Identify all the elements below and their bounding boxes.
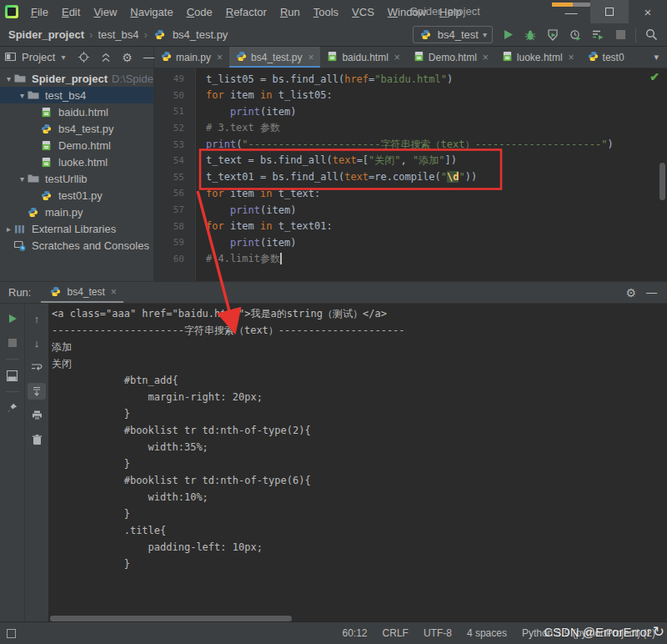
- profiler-button[interactable]: [568, 27, 583, 43]
- console-scrollbar[interactable]: [50, 616, 292, 621]
- menu-run[interactable]: Run: [274, 3, 306, 22]
- editor-tab-main-py[interactable]: main.py×: [154, 47, 229, 68]
- inspection-ok-icon[interactable]: ✔: [649, 70, 659, 83]
- tree-item-testurllib[interactable]: ▾testUrllib: [0, 170, 153, 187]
- close-icon[interactable]: ×: [111, 286, 117, 298]
- collapse-all-button[interactable]: [98, 49, 113, 66]
- close-icon[interactable]: ×: [308, 52, 313, 63]
- rerun-button[interactable]: [3, 310, 22, 327]
- tree-item-main-py[interactable]: main.py: [0, 204, 153, 220]
- menu-tools[interactable]: Tools: [308, 3, 344, 22]
- scroll-to-end-button[interactable]: [28, 383, 46, 400]
- chevron-down-icon[interactable]: ▾: [61, 53, 65, 62]
- chevron-right-icon[interactable]: ▸: [3, 224, 14, 234]
- close-icon[interactable]: ×: [569, 52, 574, 63]
- editor-tab-luoke-html[interactable]: luoke.html×: [495, 47, 581, 68]
- maximize-button[interactable]: [590, 0, 629, 23]
- editor-line-50[interactable]: 50for item in t_list05:: [154, 88, 667, 104]
- tree-item-external-libraries[interactable]: ▸External Libraries: [0, 220, 153, 237]
- tree-item-label: bs4_test.py: [58, 123, 114, 135]
- title-bar: FileEditViewNavigateCodeRefactorRunTools…: [0, 0, 667, 23]
- menu-file[interactable]: File: [25, 3, 54, 22]
- stop-process-button[interactable]: [3, 335, 22, 351]
- indent-style[interactable]: 4 spaces: [467, 627, 507, 639]
- editor-line-52[interactable]: 52# 3.text 参数: [154, 120, 667, 137]
- chevron-down-icon[interactable]: ▾: [17, 91, 28, 100]
- line-separator[interactable]: CRLF: [383, 627, 409, 639]
- search-everywhere-button[interactable]: [644, 27, 659, 43]
- tree-item-test01-py[interactable]: test01.py: [0, 187, 153, 204]
- editor-line-54[interactable]: 54t_text = bs.find_all(text=["关闭", "添加"]…: [154, 153, 667, 169]
- run-with-parameters-button[interactable]: [590, 27, 605, 43]
- print-button[interactable]: [28, 407, 46, 424]
- settings-gear-icon[interactable]: ⚙: [120, 49, 135, 66]
- menu-view[interactable]: View: [88, 3, 123, 22]
- editor-tab-demo-html[interactable]: Demo.html×: [407, 47, 495, 68]
- run-with-coverage-button[interactable]: [545, 27, 560, 43]
- toolbar-divider: [6, 359, 19, 360]
- tree-item-luoke-html[interactable]: luoke.html: [0, 153, 153, 170]
- editor-line-53[interactable]: 53print("----------------------字符串搜索（tex…: [154, 136, 667, 153]
- soft-wrap-button[interactable]: [28, 359, 46, 375]
- menu-edit[interactable]: Edit: [56, 3, 86, 22]
- breadcrumb-file[interactable]: bs4_test.py: [173, 28, 228, 41]
- toolbar-divider: [635, 28, 636, 43]
- menu-code[interactable]: Code: [181, 3, 218, 22]
- tree-item-test-bs4[interactable]: ▾test_bs4: [0, 87, 153, 103]
- editor-line-51[interactable]: 51 print(item): [154, 103, 667, 120]
- editor-line-56[interactable]: 56for item in t_text:: [154, 185, 667, 202]
- close-icon[interactable]: ×: [394, 52, 400, 63]
- close-icon[interactable]: ×: [483, 52, 489, 63]
- debug-button[interactable]: [523, 27, 538, 43]
- hide-run-panel-button[interactable]: —: [646, 286, 657, 299]
- down-stacktrace-button[interactable]: ↓: [28, 335, 46, 351]
- clear-console-button[interactable]: [28, 431, 46, 448]
- chevron-down-icon: ▾: [483, 30, 487, 39]
- editor-line-58[interactable]: 58for item in t_text01:: [154, 218, 667, 234]
- run-button[interactable]: [500, 27, 515, 43]
- run-console-tab[interactable]: bs4_test ×: [41, 282, 123, 303]
- breadcrumb-project[interactable]: Spider_project: [8, 28, 84, 41]
- html-file-icon: [414, 51, 424, 64]
- menu-refactor[interactable]: Refactor: [220, 3, 273, 22]
- locate-file-button[interactable]: [77, 49, 92, 66]
- hidden-tabs-chevron-icon[interactable]: ▾: [645, 52, 667, 63]
- project-panel-title[interactable]: Project: [22, 51, 55, 63]
- tool-window-switcher-icon[interactable]: [7, 629, 16, 638]
- up-stacktrace-button[interactable]: ↑: [28, 310, 46, 327]
- close-button[interactable]: ×: [629, 0, 667, 23]
- caret-position[interactable]: 60:12: [343, 627, 368, 639]
- tree-item-bs4-test-py[interactable]: bs4_test.py: [0, 120, 153, 137]
- pin-tab-button[interactable]: [3, 400, 22, 416]
- restore-layout-button[interactable]: [3, 367, 22, 384]
- run-configuration-select[interactable]: bs4_test ▾: [413, 26, 493, 43]
- editor-line-57[interactable]: 57 print(item): [154, 202, 667, 219]
- breadcrumb-folder[interactable]: test_bs4: [98, 28, 138, 41]
- editor-line-49[interactable]: 49t_list05 = bs.find_all(href="baidu.htm…: [154, 71, 667, 88]
- close-icon[interactable]: ×: [217, 52, 223, 63]
- file-encoding[interactable]: UTF-8: [424, 627, 452, 639]
- menu-vcs[interactable]: VCS: [346, 3, 380, 22]
- stop-button[interactable]: [613, 27, 628, 43]
- editor-tab-test0[interactable]: test0: [581, 47, 631, 68]
- editor-line-60[interactable]: 60# 4.limit参数: [154, 251, 667, 268]
- minimize-button[interactable]: —: [552, 0, 590, 23]
- menu-navigate[interactable]: Navigate: [124, 3, 178, 22]
- tree-item-demo-html[interactable]: Demo.html: [0, 137, 153, 153]
- console-output[interactable]: <a class="aaa" href="baidu.html">我是a的str…: [48, 304, 667, 622]
- editor-tab-baidu-html[interactable]: baidu.html×: [320, 47, 406, 68]
- editor-scrollbar[interactable]: [659, 163, 665, 200]
- editor-tab-bs4-test-py[interactable]: bs4_test.py×: [229, 47, 320, 68]
- tree-item-spider-project[interactable]: ▾Spider_projectD:\Spider_: [0, 70, 153, 87]
- tree-item-baidu-html[interactable]: baidu.html: [0, 103, 153, 120]
- chevron-down-icon[interactable]: ▾: [3, 74, 14, 83]
- python-file-icon: [161, 51, 172, 64]
- line-number: 51: [154, 106, 196, 117]
- editor-line-59[interactable]: 59 print(item): [154, 234, 667, 251]
- editor-line-55[interactable]: 55t_text01 = bs.find_all(text=re.compile…: [154, 169, 667, 186]
- code-text: for item in t_list05:: [196, 89, 333, 101]
- code-editor[interactable]: 49t_list05 = bs.find_all(href="baidu.htm…: [154, 68, 667, 281]
- console-settings-gear-icon[interactable]: ⚙: [625, 286, 636, 299]
- tree-item-scratches-and-consoles[interactable]: Scratches and Consoles: [0, 237, 153, 254]
- chevron-down-icon[interactable]: ▾: [17, 174, 28, 184]
